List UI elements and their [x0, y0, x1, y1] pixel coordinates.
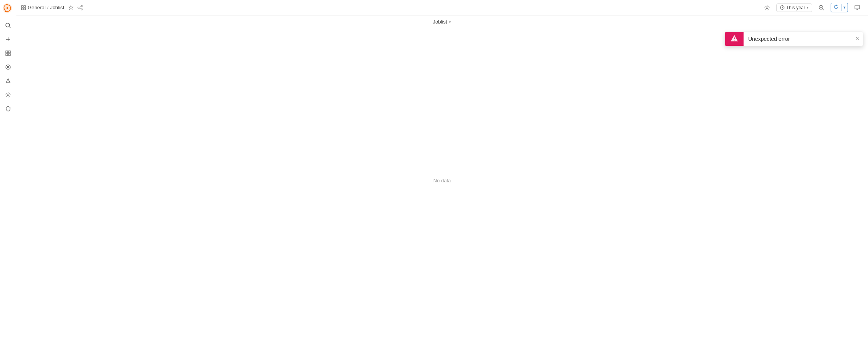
time-range-label: This year — [786, 5, 805, 10]
svg-point-13 — [8, 82, 8, 82]
explore-icon[interactable] — [2, 61, 14, 73]
svg-point-2 — [6, 23, 10, 27]
svg-rect-6 — [6, 51, 8, 53]
error-notification: Unexpected error × — [725, 32, 863, 46]
error-body: Unexpected error — [744, 32, 852, 46]
svg-point-11 — [7, 66, 9, 68]
panel-title-chevron: ∨ — [448, 20, 451, 24]
warning-icon — [730, 34, 739, 44]
svg-line-3 — [9, 27, 10, 28]
monitor-icon[interactable] — [851, 2, 863, 14]
svg-line-29 — [823, 9, 824, 10]
svg-point-1 — [6, 7, 8, 9]
breadcrumb-page[interactable]: Joblist — [50, 5, 64, 10]
svg-rect-7 — [8, 51, 10, 53]
breadcrumb-section: General / Joblist — [21, 5, 64, 10]
no-data-text: No data — [433, 177, 451, 183]
star-icon[interactable] — [68, 5, 74, 10]
breadcrumb-general[interactable]: General — [28, 5, 45, 10]
time-range-chevron: ▾ — [807, 6, 809, 10]
svg-line-23 — [79, 8, 81, 9]
error-icon-panel — [725, 32, 744, 46]
settings-icon[interactable] — [2, 89, 14, 101]
refresh-main-button[interactable] — [831, 3, 841, 12]
svg-point-35 — [734, 40, 735, 40]
svg-point-20 — [78, 7, 79, 8]
zoom-out-icon[interactable] — [815, 2, 828, 14]
clock-icon — [780, 5, 785, 10]
svg-point-14 — [7, 94, 9, 96]
topbar: General / Joblist — [16, 0, 868, 15]
svg-rect-9 — [8, 54, 10, 56]
topbar-right: This year ▾ ▾ — [761, 2, 863, 14]
dashboard-icon[interactable] — [2, 47, 14, 59]
error-message-text: Unexpected error — [748, 36, 790, 42]
search-icon[interactable] — [2, 19, 14, 32]
main-area: General / Joblist — [16, 0, 868, 345]
time-range-button[interactable]: This year ▾ — [776, 3, 812, 12]
panel-title[interactable]: Joblist ∨ — [433, 19, 452, 25]
svg-rect-16 — [24, 5, 25, 7]
svg-rect-8 — [6, 54, 8, 56]
breadcrumb: General / Joblist — [21, 5, 83, 10]
svg-rect-31 — [855, 5, 860, 9]
shield-icon[interactable] — [2, 103, 14, 115]
svg-rect-15 — [22, 5, 23, 7]
panel-title-text: Joblist — [433, 19, 447, 25]
panel-titlebar: Joblist ∨ — [16, 15, 868, 28]
svg-rect-18 — [24, 8, 25, 9]
refresh-dropdown-button[interactable]: ▾ — [841, 4, 848, 11]
svg-point-21 — [81, 8, 82, 10]
app-logo[interactable] — [2, 3, 14, 15]
svg-line-27 — [782, 8, 783, 8]
alerting-icon[interactable] — [2, 75, 14, 87]
grid-icon — [21, 5, 26, 10]
svg-rect-17 — [22, 8, 23, 9]
svg-point-10 — [6, 65, 10, 69]
breadcrumb-separator: / — [47, 5, 49, 10]
add-icon[interactable] — [2, 33, 14, 45]
content-area: Joblist ∨ No data Unexpected error × — [16, 15, 868, 345]
svg-point-19 — [81, 5, 82, 7]
refresh-button: ▾ — [831, 3, 848, 12]
refresh-chevron: ▾ — [843, 5, 846, 10]
svg-line-22 — [79, 6, 81, 7]
sidebar — [0, 0, 16, 345]
svg-point-24 — [766, 7, 768, 8]
error-close-button[interactable]: × — [852, 32, 863, 46]
share-icon[interactable] — [77, 5, 83, 10]
topbar-settings-icon[interactable] — [761, 2, 773, 14]
